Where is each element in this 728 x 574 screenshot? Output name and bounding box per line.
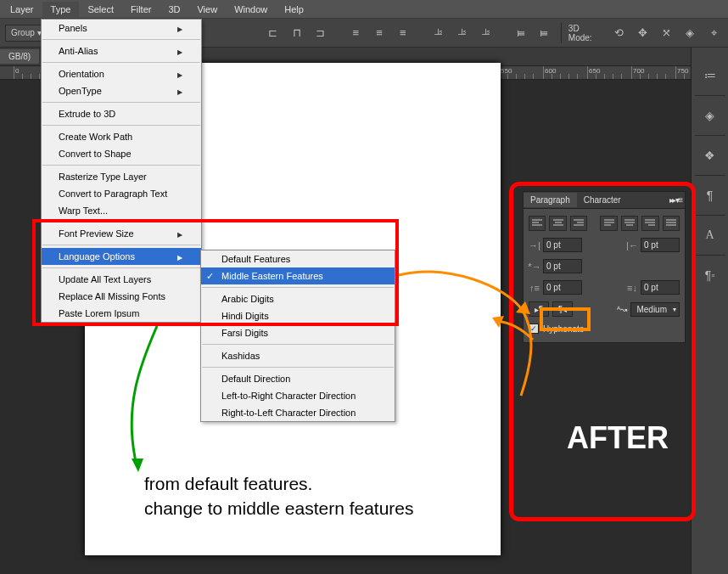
document-tab[interactable]: GB/8) <box>0 49 39 64</box>
indent-right-input[interactable] <box>641 238 680 252</box>
menu-view[interactable]: View <box>188 2 226 17</box>
menu-opentype[interactable]: OpenType <box>42 82 201 99</box>
kinsoku-dropdown[interactable]: Medium <box>630 302 680 317</box>
menu-type[interactable]: Type <box>42 2 80 17</box>
direction-rtl-button[interactable]: ¶◂ <box>552 301 573 317</box>
distribute-icon[interactable]: ⫢ <box>512 24 530 42</box>
space-before-icon: ↑≡ <box>529 282 540 294</box>
menu-create-work-path[interactable]: Create Work Path <box>42 128 201 145</box>
menu-layer[interactable]: Layer <box>2 2 42 17</box>
menu-window[interactable]: Window <box>226 2 276 17</box>
right-dock: ≔ ◈ ❖ ¶ A ¶≡ <box>691 48 728 574</box>
menu-panels[interactable]: Panels <box>42 20 201 37</box>
paragraph-panel: Paragraph Character ▸▸ ▾≡ →| |← *→ ↑≡ ≡↓ <box>523 191 686 343</box>
indent-right-icon: |← <box>626 239 638 251</box>
menu-convert-paragraph[interactable]: Convert to Paragraph Text <box>42 185 201 202</box>
distribute-icon[interactable]: ⫡ <box>453 24 472 42</box>
align-center-button[interactable] <box>549 216 566 231</box>
indent-first-icon: *→ <box>529 261 540 273</box>
hyphenate-label: Hyphenate <box>543 324 584 334</box>
submenu-farsi-digits[interactable]: Farsi Digits <box>201 324 395 341</box>
space-after-input[interactable] <box>641 280 680 295</box>
submenu-ltr[interactable]: Left-to-Right Character Direction <box>201 387 395 404</box>
distribute-icon[interactable]: ⫢ <box>535 24 554 42</box>
annotation-text: from default features. change to middle … <box>144 471 414 521</box>
distribute-icon[interactable]: ⫡ <box>476 24 495 42</box>
menu-select[interactable]: Select <box>79 2 122 17</box>
indent-first-input[interactable] <box>543 259 582 273</box>
submenu-default-features[interactable]: Default Features <box>201 250 395 267</box>
history-icon[interactable]: ≔ <box>697 65 724 87</box>
menubar: Layer Type Select Filter 3D View Window … <box>0 0 728 19</box>
orbit-icon[interactable]: ⟲ <box>610 24 629 42</box>
justify-right-button[interactable] <box>641 216 658 231</box>
paragraph-icon[interactable]: ¶ <box>697 184 724 206</box>
justify-left-button[interactable] <box>600 216 617 231</box>
distribute-icon[interactable]: ≡ <box>346 24 365 42</box>
menu-extrude-3d[interactable]: Extrude to 3D <box>42 105 201 122</box>
align-left-button[interactable] <box>529 216 546 231</box>
kinsoku-icon: ᴬ↝ <box>617 305 627 314</box>
panel-tabs: Paragraph Character ▸▸ ▾≡ <box>524 192 685 209</box>
menu-orientation[interactable]: Orientation <box>42 65 201 82</box>
justify-center-button[interactable] <box>621 216 638 231</box>
layers-icon[interactable]: ❖ <box>697 144 724 166</box>
move-icon[interactable]: ⤧ <box>658 24 676 42</box>
language-options-submenu: Default Features Middle Eastern Features… <box>200 250 395 422</box>
3d-icon[interactable]: ◈ <box>697 104 724 127</box>
align-icon[interactable]: ⊐ <box>311 24 330 42</box>
menu-convert-shape[interactable]: Convert to Shape <box>42 145 201 162</box>
submenu-kashidas[interactable]: Kashidas <box>201 347 395 364</box>
menu-3d[interactable]: 3D <box>160 2 188 17</box>
justify-all-button[interactable] <box>663 216 680 231</box>
align-right-button[interactable] <box>570 216 587 231</box>
align-icon[interactable]: ⊓ <box>288 24 306 42</box>
menu-lorem[interactable]: Paste Lorem Ipsum <box>42 305 201 322</box>
tab-character[interactable]: Character <box>577 193 628 207</box>
menu-filter[interactable]: Filter <box>122 2 160 17</box>
submenu-default-direction[interactable]: Default Direction <box>201 370 395 387</box>
scale-icon[interactable]: ◈ <box>680 24 699 42</box>
menu-antialias[interactable]: Anti-Alias <box>42 42 201 59</box>
mode-label: 3D Mode: <box>568 24 605 42</box>
direction-ltr-button[interactable]: ▸¶ <box>529 301 549 317</box>
submenu-hindi-digits[interactable]: Hindi Digits <box>201 307 395 324</box>
submenu-rtl[interactable]: Right-to-Left Character Direction <box>201 404 395 421</box>
annotation-after-label: AFTER <box>567 420 669 456</box>
align-icon[interactable]: ⊏ <box>264 24 283 42</box>
distribute-icon[interactable]: ≡ <box>394 24 412 42</box>
space-before-input[interactable] <box>543 280 582 295</box>
menu-warp-text[interactable]: Warp Text... <box>42 202 201 219</box>
type-dropdown-menu: Panels Anti-Alias Orientation OpenType E… <box>41 19 202 323</box>
menu-replace-fonts[interactable]: Replace All Missing Fonts <box>42 288 201 305</box>
pan-icon[interactable]: ✥ <box>634 24 652 42</box>
panel-flyout-icon[interactable]: ▸▸ ▾≡ <box>666 195 685 205</box>
character-icon[interactable]: A <box>697 224 724 246</box>
space-after-icon: ≡↓ <box>626 282 638 294</box>
tab-paragraph[interactable]: Paragraph <box>524 193 577 207</box>
cam-icon[interactable]: ⌖ <box>704 24 723 42</box>
hyphenate-checkbox[interactable]: ✓ <box>529 324 539 334</box>
indent-left-input[interactable] <box>543 238 582 252</box>
distribute-icon[interactable]: ≡ <box>370 24 389 42</box>
menu-help[interactable]: Help <box>276 2 312 17</box>
menu-update-layers[interactable]: Update All Text Layers <box>42 271 201 288</box>
submenu-middle-eastern[interactable]: Middle Eastern Features <box>201 267 395 284</box>
distribute-icon[interactable]: ⫡ <box>429 24 448 42</box>
styles-icon[interactable]: ¶≡ <box>697 264 724 286</box>
submenu-arabic-digits[interactable]: Arabic Digits <box>201 290 395 307</box>
indent-left-icon: →| <box>529 239 540 251</box>
menu-font-preview[interactable]: Font Preview Size <box>42 225 201 242</box>
menu-rasterize[interactable]: Rasterize Type Layer <box>42 168 201 185</box>
menu-language-options[interactable]: Language Options <box>42 248 201 265</box>
